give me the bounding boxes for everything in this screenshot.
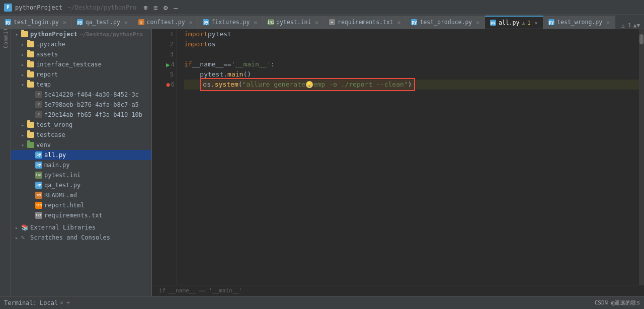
tab-close-icon[interactable]: ✕ [397, 19, 401, 26]
sidebar-item-report-html[interactable]: htm report.html [11, 200, 151, 210]
minimize-icon[interactable]: — [172, 4, 180, 12]
tab-icon-py: py [203, 19, 209, 25]
py-file-icon: py [35, 182, 42, 189]
editor-bottom-bar: if __name__ == '__main__' [152, 285, 644, 296]
folder-icon [27, 61, 34, 67]
paren2: ( [238, 80, 243, 90]
folder-icon [27, 132, 34, 138]
item-label: External Libraries [30, 224, 96, 231]
item-label: Scratches and Consoles [30, 234, 110, 241]
tab-test-login[interactable]: py test_login.py ✕ [0, 16, 72, 29]
item-label: testcase [36, 131, 65, 138]
py-file-icon: py [35, 151, 42, 159]
alert-count: 1 [527, 20, 530, 26]
project-name-label: pythonProject [30, 31, 77, 38]
item-label: qa_test.py [44, 182, 80, 189]
tab-close-icon[interactable]: ✕ [254, 19, 257, 26]
tab-alert-icon: ⚠ [522, 20, 525, 26]
terminal-add-icon[interactable]: + [66, 299, 70, 306]
tab-label: requirements.txt [338, 19, 393, 26]
nav-up-icon[interactable]: ▲ [633, 22, 637, 29]
csdn-text: CSDN @遥远的歌s [595, 299, 640, 306]
tab-conftest[interactable]: ⚙ conftest.py ✕ [133, 16, 198, 29]
sidebar-item-readme[interactable]: md README.md [11, 190, 151, 200]
tab-bar: py test_login.py ✕ py qa_test.py ✕ ⚙ con… [0, 15, 644, 29]
tab-all-py[interactable]: py all.py ⚠ 1 ✕ [485, 16, 543, 29]
add-content-icon[interactable]: ⊕ [141, 4, 149, 12]
editor-area: 1 2 3 ▶ 4 5 ● 6 [152, 29, 644, 296]
sidebar-item-venv[interactable]: venv [11, 140, 151, 150]
sidebar-item-hash2[interactable]: # 5e798aeb-b276-4afa-b8c7-a5 [11, 100, 151, 110]
title-bar-left: P pythonProject ~/Desktop/pythonPro [4, 4, 136, 12]
breakpoint-icon[interactable]: ● [167, 81, 170, 88]
sidebar-item-ext-libs[interactable]: 📚 External Libraries [11, 222, 151, 233]
sidebar-item-interface[interactable]: interface_testcase [11, 59, 151, 69]
editor-content: 1 2 3 ▶ 4 5 ● 6 [152, 29, 644, 285]
tab-pytest-ini[interactable]: ini pytest.ini ✕ [263, 16, 324, 29]
item-label: .pycache [36, 41, 65, 48]
sidebar-item-main-py[interactable]: py main.py [11, 160, 151, 170]
sidebar-item-assets[interactable]: assets [11, 49, 151, 59]
folder-icon [27, 51, 34, 57]
tab-label: all.py [499, 19, 520, 26]
scrollbar[interactable] [639, 29, 644, 285]
indent [184, 69, 200, 80]
structure-icon[interactable]: ≡ [151, 4, 159, 12]
line-num-1: 1 [170, 31, 174, 38]
lightbulb-icon: 💡 [306, 81, 313, 88]
sidebar-item-scratches[interactable]: ✎ Scratches and Consoles [11, 233, 151, 243]
dunder-name: __name__ [192, 59, 224, 69]
terminal-bar: Terminal: Local ✕ + CSDN @遥远的歌s [0, 296, 644, 309]
terminal-local-tab[interactable]: Local ✕ [40, 299, 63, 306]
csdn-attribution: CSDN @遥远的歌s [595, 299, 640, 306]
sidebar-item-pytest-ini[interactable]: ini pytest.ini [11, 170, 151, 180]
txt-file-icon: txt [35, 212, 42, 219]
py-file-icon: py [35, 162, 42, 169]
str-allure: "allure generate [243, 80, 305, 90]
tab-close-icon[interactable]: ✕ [606, 19, 610, 26]
module-os: os [208, 39, 216, 49]
tab-test-wrong[interactable]: py test_wrong.py ✕ [543, 16, 615, 29]
tab-close-icon[interactable]: ✕ [63, 19, 66, 26]
sidebar-item-all-py[interactable]: py all.py [11, 150, 151, 160]
project-title: pythonProject [15, 4, 62, 11]
scratch-icon: ✎ [21, 234, 28, 241]
md-file-icon: md [35, 192, 42, 199]
tab-test-produce[interactable]: py test_produce.py ✕ [406, 16, 485, 29]
sidebar-item-test-wrong[interactable]: test_wrong [11, 120, 151, 130]
tab-fixtures[interactable]: py fixtures.py ✕ [198, 16, 263, 29]
tab-requirements[interactable]: ≡ requirements.txt ✕ [324, 16, 406, 29]
tab-close-icon[interactable]: ✕ [534, 20, 538, 26]
arrow-icon [15, 225, 21, 230]
settings-icon[interactable]: ⚙ [162, 4, 170, 12]
arrow-icon [21, 132, 27, 138]
arrow-icon [15, 235, 21, 241]
terminal-close-icon[interactable]: ✕ [60, 299, 63, 306]
sidebar-item-requirements[interactable]: txt requirements.txt [11, 210, 151, 220]
item-label: temp [36, 81, 51, 88]
commit-icon[interactable]: Commit [1, 33, 10, 42]
sidebar-item-pycache[interactable]: .pycache [11, 39, 151, 49]
nav-down-icon[interactable]: ▼ [636, 22, 640, 29]
sidebar-item-hash1[interactable]: # 5c414220-f464-4a30-8452-3c [11, 90, 151, 100]
gutter-line-6: ● 6 [152, 80, 177, 90]
ini-file-icon: ini [35, 172, 42, 179]
project-root[interactable]: pythonProject ~/Desktop/pythonPro [11, 29, 151, 39]
keyword-import: import [184, 29, 208, 39]
tab-qa-test[interactable]: py qa_test.py ✕ [72, 16, 133, 29]
sidebar-item-temp[interactable]: temp [11, 80, 151, 90]
tab-close-icon[interactable]: ✕ [189, 19, 193, 26]
title-bar-icons: ⊕ ≡ ⚙ — [141, 4, 180, 12]
tab-close-icon[interactable]: ✕ [124, 19, 128, 26]
paren3: ) [408, 80, 412, 90]
tab-close-icon[interactable]: ✕ [315, 19, 318, 26]
str-allure2: emp -o ./report --clean" [313, 80, 408, 90]
sidebar-item-testcase[interactable]: testcase [11, 130, 151, 140]
tab-close-icon[interactable]: ✕ [476, 19, 479, 26]
folder-icon [27, 41, 34, 47]
sidebar-item-qa-test[interactable]: py qa_test.py [11, 180, 151, 190]
run-arrow-icon[interactable]: ▶ [166, 61, 170, 68]
sidebar-item-report[interactable]: report [11, 69, 151, 80]
item-label: assets [36, 51, 58, 58]
sidebar-item-hash3[interactable]: # f29e14ab-fb65-4f3a-b410-10b [11, 110, 151, 120]
